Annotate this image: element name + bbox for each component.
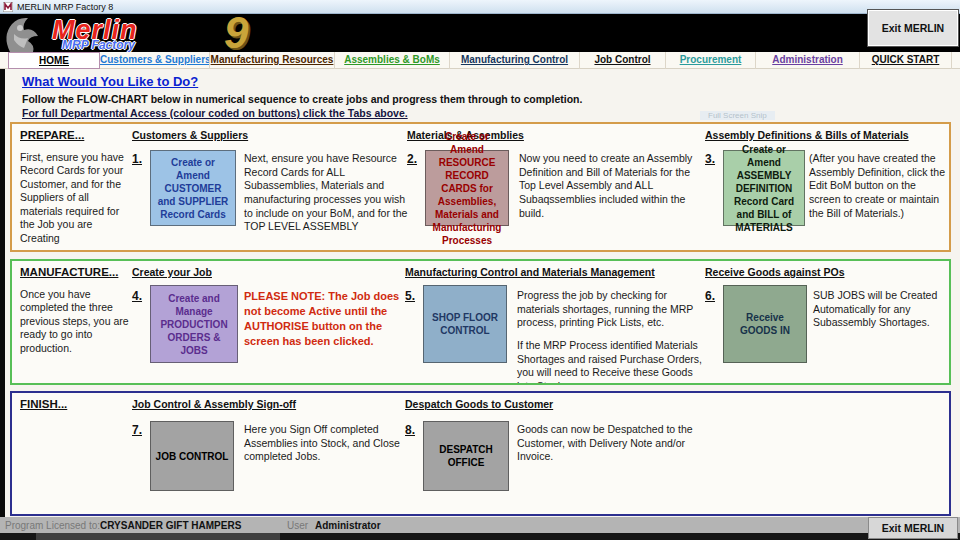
intro-instruction: Follow the FLOW-CHART below in numerical…: [22, 93, 582, 105]
step-2-note: Now you need to create an Assembly Defin…: [519, 152, 701, 220]
taskbar-item[interactable]: [36, 533, 280, 540]
manufacture-section: MANUFACTURE... Once you have completed t…: [10, 259, 951, 385]
prepare-section: PREPARE... First, ensure you have Record…: [10, 122, 951, 252]
window-title: MERLIN MRP Factory 8: [17, 2, 113, 12]
exit-merlin-button-top[interactable]: Exit MERLIN: [868, 10, 958, 46]
resource-record-cards-button[interactable]: Create or Amend RESOURCE RECORD CARDS fo…: [425, 150, 509, 226]
tab-manufacturing-control[interactable]: Manufacturing Control: [450, 52, 580, 69]
license-value: CRYSANDER GIFT HAMPERS: [100, 520, 241, 531]
status-bar: Program Licensed to: CRYSANDER GIFT HAMP…: [0, 517, 960, 533]
app-icon[interactable]: [3, 2, 13, 12]
assembly-definition-bom-button[interactable]: Create or Amend ASSEMBLY DEFINITION Reco…: [723, 150, 805, 226]
production-orders-jobs-button[interactable]: Create and Manage PRODUCTION ORDERS & JO…: [150, 285, 238, 363]
tab-procurement[interactable]: Procurement: [666, 52, 756, 69]
step-number-4: 4.: [132, 289, 142, 303]
step-5-note-paragraph-1: Progress the job by checking for materia…: [517, 289, 707, 330]
step-8-note: Goods can now be Despatched to the Custo…: [517, 423, 717, 464]
page-title: What Would You Like to Do?: [22, 74, 198, 89]
prepare-heading: PREPARE...: [20, 129, 84, 141]
step-number-3: 3.: [705, 152, 715, 166]
tab-assemblies-boms[interactable]: Assemblies & BoMs: [335, 52, 450, 69]
merlin-wizard-logo: [0, 14, 50, 52]
step-number-1: 1.: [132, 152, 142, 166]
tab-administration[interactable]: Administration: [756, 52, 860, 69]
snip-tool-artifact: Full Screen Snip: [700, 111, 775, 120]
step-5-note-paragraph-2: If the MRP Process identified Materials …: [517, 339, 707, 385]
column-header-manufacturing-control: Manufacturing Control and Materials Mana…: [405, 266, 655, 278]
finish-heading: FINISH...: [20, 398, 67, 410]
user-value: Administrator: [315, 520, 381, 531]
tab-bar: HOME Customers & Suppliers Manufacturing…: [0, 52, 960, 69]
merlin-app-window: MERLIN MRP Factory 8 Merlin MRP Factory …: [0, 0, 960, 540]
column-header-job-control-signoff: Job Control & Assembly Sign-off: [132, 398, 296, 410]
finish-section: FINISH... Job Control & Assembly Sign-of…: [10, 391, 951, 516]
column-header-receive-goods: Receive Goods against POs: [705, 266, 844, 278]
exit-merlin-button-bottom[interactable]: Exit MERLIN: [868, 517, 958, 539]
tab-job-control[interactable]: Job Control: [580, 52, 666, 69]
step-6-note: SUB JOBS will be Created Automatically f…: [813, 289, 951, 330]
brand-mrp-factory-text: MRP Factory: [62, 38, 135, 52]
tab-manufacturing-resources[interactable]: Manufacturing Resources: [210, 52, 335, 69]
brand-version-9: 9: [224, 14, 248, 52]
tab-home[interactable]: HOME: [8, 52, 100, 69]
step-number-5: 5.: [405, 289, 415, 303]
step-number-8: 8.: [405, 423, 415, 437]
prepare-description: First, ensure you have Record Cards for …: [20, 151, 132, 245]
step-7-note: Here you Sign Off completed Assemblies i…: [244, 423, 424, 464]
column-header-create-your-job: Create your Job: [132, 266, 212, 278]
despatch-office-button[interactable]: DESPATCH OFFICE: [423, 421, 509, 491]
authorise-warning-note: PLEASE NOTE: The Job does not become Act…: [244, 289, 416, 348]
step-number-6: 6.: [705, 289, 715, 303]
step-5-note: Progress the job by checking for materia…: [517, 289, 707, 385]
column-header-customers-suppliers: Customers & Suppliers: [132, 129, 248, 141]
receive-goods-in-button[interactable]: Receive GOODS IN: [723, 285, 807, 363]
customer-supplier-record-cards-button[interactable]: Create or Amend CUSTOMER and SUPPLIER Re…: [150, 150, 236, 226]
column-header-despatch-goods: Despatch Goods to Customer: [405, 398, 553, 410]
column-header-assembly-definitions: Assembly Definitions & Bills of Material…: [705, 129, 909, 141]
step-number-7: 7.: [132, 423, 142, 437]
intro-departmental-access-note: For full Departmental Access (colour cod…: [22, 107, 408, 119]
step-number-2: 2.: [407, 152, 417, 166]
shop-floor-control-button[interactable]: SHOP FLOOR CONTROL: [423, 285, 507, 363]
step-3-note: (After you have created the Assembly Def…: [809, 152, 949, 220]
tab-quick-start[interactable]: QUICK START: [860, 52, 952, 69]
window-titlebar: MERLIN MRP Factory 8: [0, 0, 960, 14]
os-taskbar: [0, 533, 960, 540]
brand-banner: Merlin MRP Factory 9: [0, 14, 960, 52]
window-left-edge: [0, 69, 5, 517]
user-label: User: [287, 520, 308, 531]
tab-customers-suppliers[interactable]: Customers & Suppliers: [100, 52, 210, 69]
manufacture-heading: MANUFACTURE...: [20, 266, 118, 278]
step-1-note: Next, ensure you have Resource Record Ca…: [244, 152, 412, 234]
manufacture-description: Once you have completed the three previo…: [20, 288, 132, 355]
license-label: Program Licensed to:: [5, 520, 100, 531]
job-control-button[interactable]: JOB CONTROL: [150, 421, 234, 491]
